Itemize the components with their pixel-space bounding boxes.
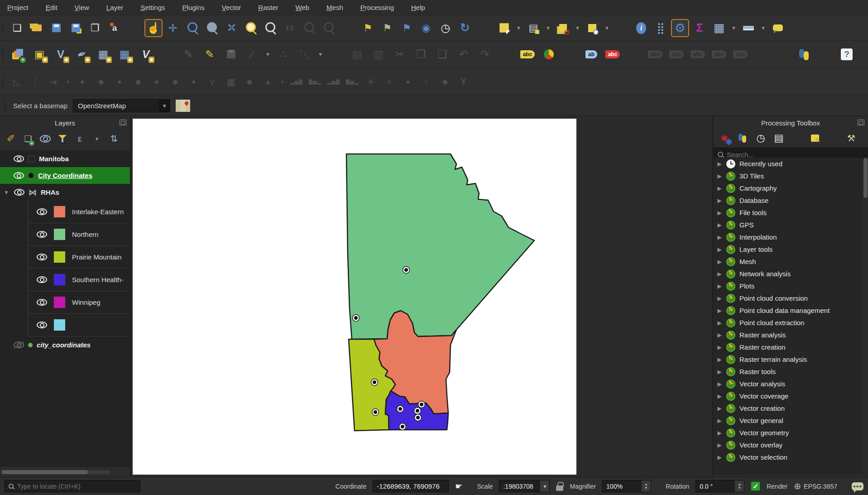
eye-icon[interactable]	[37, 299, 47, 306]
legend-row[interactable]	[29, 314, 130, 336]
select-by-value[interactable]	[525, 20, 542, 36]
separator[interactable]	[790, 131, 804, 145]
pan-to-selection[interactable]	[165, 20, 181, 36]
open-project[interactable]	[29, 20, 45, 36]
layer-checkbox[interactable]	[28, 155, 35, 162]
simplify-feature[interactable]	[168, 74, 183, 90]
split-features[interactable]	[75, 74, 90, 90]
expand-arrow-icon[interactable]: ▶	[717, 210, 722, 216]
toolbox-category[interactable]: ▶ Vector general	[713, 414, 863, 427]
layer-row-manitoba[interactable]: Manitoba	[0, 150, 130, 167]
vertex-tool-dropdown[interactable]	[317, 45, 324, 63]
separator[interactable]	[561, 45, 579, 63]
expand-arrow-icon[interactable]: ▶	[717, 308, 722, 314]
toolbox-category[interactable]: ▶ Vector creation	[713, 402, 863, 414]
vector-tool[interactable]	[456, 74, 471, 90]
expand-arrow-icon[interactable]: ▶	[717, 405, 722, 412]
delete-part[interactable]	[242, 74, 257, 90]
deselect-features[interactable]	[555, 20, 571, 36]
expand-arrow-icon[interactable]: ▶	[717, 430, 722, 436]
layer-label[interactable]: RHAs	[41, 188, 59, 196]
search-input[interactable]	[727, 151, 844, 159]
new-project[interactable]	[9, 20, 25, 36]
layout-manager[interactable]	[87, 20, 103, 36]
deselect-dropdown[interactable]	[574, 20, 581, 36]
merge-attributes[interactable]	[130, 74, 146, 90]
eye-icon[interactable]	[14, 155, 24, 162]
zoom-in[interactable]	[184, 20, 201, 36]
toolbox-category[interactable]: ▶ Mesh	[713, 255, 863, 268]
current-edits[interactable]	[179, 45, 197, 63]
scrollbar-thumb[interactable]	[863, 158, 868, 198]
lock-icon[interactable]	[556, 482, 563, 491]
move-feature-dropdown[interactable]	[65, 74, 72, 90]
temporal-controller[interactable]	[437, 20, 454, 36]
separator[interactable]	[774, 45, 792, 63]
merge-features[interactable]	[112, 74, 127, 90]
options[interactable]	[844, 131, 858, 145]
processing-toolbox-toggle[interactable]	[672, 20, 688, 36]
open-attribute-table[interactable]	[711, 20, 727, 36]
select-by-location[interactable]	[584, 20, 600, 36]
select-by-location-dropdown[interactable]	[604, 20, 610, 36]
map-apply-icon[interactable]	[176, 100, 190, 112]
menu-item[interactable]: Settings	[140, 4, 165, 11]
add-record[interactable]	[274, 45, 293, 63]
spinner-buttons[interactable]: ▲▼	[642, 481, 651, 492]
python-scripts[interactable]	[736, 131, 749, 145]
toolbox-category[interactable]: ▶ Point cloud extraction	[713, 317, 863, 329]
expand-arrow-icon[interactable]: ▶	[717, 454, 722, 461]
select-features[interactable]	[496, 20, 512, 36]
expand-arrow-icon[interactable]: ▶	[717, 356, 722, 363]
render-checkbox[interactable]: ✓	[751, 481, 760, 491]
expand-arrow-icon[interactable]: ▶	[717, 259, 722, 265]
expand-arrow-icon[interactable]: ▶	[717, 197, 722, 204]
expand-arrow-icon[interactable]: ▶	[717, 283, 722, 289]
toolbox-category[interactable]: ▶ File tools	[713, 207, 863, 219]
expand-arrow-icon[interactable]: ▶	[717, 246, 722, 253]
eye-icon[interactable]	[14, 189, 24, 196]
show-bookmark-pin[interactable]	[418, 20, 434, 36]
bookmark-manager[interactable]	[398, 20, 415, 36]
change-label-properties[interactable]	[731, 45, 749, 63]
layer-label[interactable]: city_coordinates	[37, 341, 91, 349]
open-data-source-manager[interactable]	[9, 45, 27, 63]
menu-item[interactable]: Mesh	[326, 4, 343, 11]
attribute-table-dropdown[interactable]	[730, 20, 737, 36]
separator[interactable]	[340, 20, 356, 36]
new-virtual-layer[interactable]	[137, 45, 155, 63]
expand-arrow-icon[interactable]: ▶	[717, 381, 722, 387]
measure-dropdown[interactable]	[760, 20, 767, 36]
scrollbar-thumb[interactable]	[2, 470, 88, 474]
increase-contrast[interactable]	[400, 74, 416, 90]
zoom-out[interactable]	[204, 20, 220, 36]
crs-value[interactable]: EPSG:3857	[804, 483, 837, 490]
new-mesh-layer[interactable]	[94, 45, 112, 63]
filter-by-expression[interactable]	[72, 131, 87, 146]
new-gpx-layer[interactable]	[115, 45, 134, 63]
locator-input[interactable]	[17, 483, 130, 490]
layer-row-city-coordinates-hidden[interactable]: city_coordinates	[0, 336, 130, 353]
toolbar-handle[interactable]	[5, 100, 7, 112]
python-console[interactable]	[795, 45, 813, 63]
menu-item[interactable]: Layer	[106, 4, 124, 11]
toolbox-category[interactable]: ▶ Raster analysis	[713, 329, 863, 341]
toolbox-category[interactable]: ▶ Interpolation	[713, 231, 863, 243]
zoom-to-selection[interactable]	[243, 20, 259, 36]
expand-arrow-icon[interactable]: ▶	[717, 185, 722, 192]
separator[interactable]	[625, 45, 643, 63]
zoom-native-resolution[interactable]	[282, 20, 298, 36]
eye-icon[interactable]	[37, 231, 47, 238]
expand-arrow-icon[interactable]: ▶	[717, 161, 722, 167]
toolbox-category[interactable]: ▶ Layer tools	[713, 243, 863, 255]
toolbar-handle[interactable]	[3, 48, 5, 60]
local-histogram-stretch[interactable]	[326, 74, 341, 90]
region-northern[interactable]	[346, 154, 534, 339]
measure-line[interactable]	[740, 20, 757, 36]
delete-ring[interactable]	[223, 74, 239, 90]
mouse-tracking-icon[interactable]: ☛	[455, 481, 462, 491]
toolbox-category[interactable]: ▶ Raster terrain analysis	[713, 353, 863, 365]
toolbox-category[interactable]: ▶ Database	[713, 194, 863, 207]
expand-arrow-icon[interactable]: ▶	[717, 418, 722, 424]
paste-features[interactable]	[433, 45, 451, 63]
